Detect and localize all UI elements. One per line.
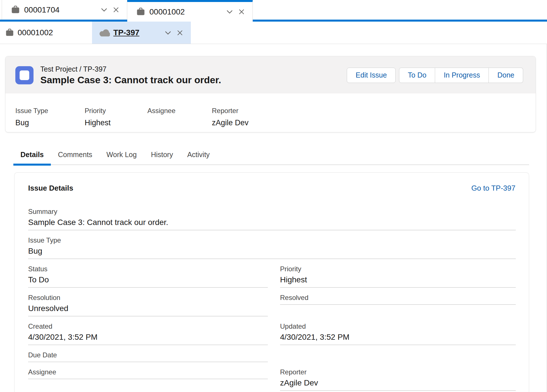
field-label: Reporter bbox=[280, 368, 516, 376]
field-label: Issue Type bbox=[28, 236, 516, 245]
field-updated: Updated 4/30/2021, 3:52 PM bbox=[280, 322, 516, 345]
field-priority: Priority Highest bbox=[280, 265, 516, 288]
field-row: Assignee Reporter zAgile Dev bbox=[28, 368, 515, 391]
field-value: Highest bbox=[85, 118, 147, 128]
field-value: 4/30/2021, 3:52 PM bbox=[28, 332, 268, 342]
field-label: Reporter bbox=[212, 107, 249, 115]
chevron-down-icon[interactable] bbox=[226, 8, 233, 16]
field-label: Priority bbox=[85, 107, 147, 115]
close-icon[interactable] bbox=[112, 6, 120, 13]
field-label: Assignee bbox=[147, 107, 212, 115]
field-due-date: Due Date bbox=[28, 351, 268, 362]
done-button[interactable]: Done bbox=[489, 68, 523, 83]
console-page: { "colors": { "accent_blue": "#0176d3", … bbox=[0, 0, 547, 392]
field-row: Due Date bbox=[28, 351, 515, 362]
highlight-field-issue-type: Issue Type Bug bbox=[15, 107, 85, 128]
tab-history[interactable]: History bbox=[144, 151, 180, 164]
breadcrumb: Test Project / TP-397 bbox=[40, 65, 221, 73]
highlights-fields: Issue Type Bug Priority Highest Assignee… bbox=[5, 93, 536, 132]
go-to-issue-link[interactable]: Go to TP-397 bbox=[471, 184, 515, 193]
field-label: Status bbox=[28, 265, 268, 273]
close-icon[interactable] bbox=[176, 29, 183, 36]
briefcase-icon bbox=[11, 5, 20, 14]
issue-details-header: Issue Details Go to TP-397 bbox=[28, 184, 515, 193]
field-label: Due Date bbox=[28, 351, 268, 359]
viewport-edge-line bbox=[546, 44, 547, 392]
subtab-label: 00001002 bbox=[18, 28, 53, 37]
field-summary: Summary Sample Case 3: Cannot track our … bbox=[28, 207, 516, 230]
briefcase-icon bbox=[5, 28, 14, 37]
workspace-tab-label: 00001704 bbox=[24, 5, 60, 14]
field-assignee: Assignee bbox=[28, 368, 268, 379]
workspace-tabs: 00001704 00001002 bbox=[0, 0, 547, 22]
field-value: To Do bbox=[28, 275, 268, 285]
subtab-label: TP-397 bbox=[113, 28, 139, 37]
chevron-down-icon[interactable] bbox=[100, 6, 108, 14]
highlight-field-reporter: Reporter zAgile Dev bbox=[212, 107, 249, 128]
field-status: Status To Do bbox=[28, 265, 268, 288]
project-grid-icon bbox=[15, 66, 34, 84]
briefcase-icon bbox=[136, 7, 145, 16]
subtab-bar: 00001002 TP-397 bbox=[0, 22, 547, 44]
chevron-down-icon[interactable] bbox=[164, 29, 172, 37]
tab-details[interactable]: Details bbox=[13, 151, 51, 166]
in-progress-button[interactable]: In Progress bbox=[435, 68, 489, 83]
detail-tab-strip: Details Comments Work Log History Activi… bbox=[13, 151, 529, 165]
field-value: 4/30/2021, 3:52 PM bbox=[280, 332, 516, 342]
workspace-tab-00001704[interactable]: 00001704 bbox=[2, 0, 127, 20]
field-created: Created 4/30/2021, 3:52 PM bbox=[28, 322, 268, 345]
field-resolved: Resolved bbox=[280, 293, 516, 305]
field-value: zAgile Dev bbox=[280, 378, 516, 388]
record-header-top: Test Project / TP-397 Sample Case 3: Can… bbox=[5, 56, 536, 93]
subtab-00001002[interactable]: 00001002 bbox=[0, 22, 92, 44]
header-actions: Edit Issue To Do In Progress Done bbox=[347, 68, 523, 83]
to-do-button[interactable]: To Do bbox=[399, 68, 435, 83]
field-value: Sample Case 3: Cannot track our order. bbox=[28, 217, 516, 228]
field-row: Issue Type Bug bbox=[28, 236, 515, 259]
field-row: Status To Do Priority Highest bbox=[28, 265, 515, 288]
highlight-field-priority: Priority Highest bbox=[85, 107, 147, 128]
workspace-tab-bar: 00001704 00001002 bbox=[0, 0, 547, 22]
field-label: Resolution bbox=[28, 293, 268, 302]
field-label: Updated bbox=[280, 322, 516, 331]
field-label: Assignee bbox=[28, 368, 268, 376]
record-header-text: Test Project / TP-397 Sample Case 3: Can… bbox=[40, 65, 221, 86]
field-resolution: Resolution Unresolved bbox=[28, 293, 268, 316]
field-row: Resolution Unresolved Resolved bbox=[28, 293, 515, 316]
issue-details-card: Issue Details Go to TP-397 Summary Sampl… bbox=[14, 172, 529, 392]
field-value: Bug bbox=[15, 118, 85, 128]
subtab-tp-397[interactable]: TP-397 bbox=[92, 22, 191, 44]
field-value: zAgile Dev bbox=[212, 118, 249, 128]
status-button-group: To Do In Progress Done bbox=[399, 68, 523, 83]
page-title: Sample Case 3: Cannot track our order. bbox=[40, 74, 221, 86]
field-value bbox=[147, 118, 212, 128]
tab-comments[interactable]: Comments bbox=[51, 151, 99, 164]
field-row: Summary Sample Case 3: Cannot track our … bbox=[28, 207, 515, 230]
record-header-card: Test Project / TP-397 Sample Case 3: Can… bbox=[5, 56, 536, 132]
cloud-icon bbox=[99, 29, 110, 37]
field-reporter: Reporter zAgile Dev bbox=[280, 368, 516, 391]
field-label: Issue Type bbox=[15, 107, 85, 115]
section-title: Issue Details bbox=[28, 184, 73, 193]
field-value: Bug bbox=[28, 246, 516, 256]
field-value: Highest bbox=[280, 275, 516, 285]
edit-issue-button[interactable]: Edit Issue bbox=[347, 68, 396, 83]
field-value: Unresolved bbox=[28, 303, 268, 314]
close-icon[interactable] bbox=[238, 8, 245, 15]
field-label: Created bbox=[28, 322, 268, 331]
field-row: Created 4/30/2021, 3:52 PM Updated 4/30/… bbox=[28, 322, 515, 345]
field-issue-type: Issue Type Bug bbox=[28, 236, 516, 259]
tab-work-log[interactable]: Work Log bbox=[99, 151, 144, 164]
issue-fields: Summary Sample Case 3: Cannot track our … bbox=[28, 207, 515, 391]
workspace-tab-00001002[interactable]: 00001002 bbox=[127, 0, 253, 22]
highlight-field-assignee: Assignee bbox=[147, 107, 212, 128]
field-label: Resolved bbox=[280, 293, 516, 302]
field-label: Priority bbox=[280, 265, 516, 273]
tab-activity[interactable]: Activity bbox=[180, 151, 217, 164]
field-label: Summary bbox=[28, 207, 516, 216]
workspace-tab-label: 00001002 bbox=[149, 7, 185, 16]
